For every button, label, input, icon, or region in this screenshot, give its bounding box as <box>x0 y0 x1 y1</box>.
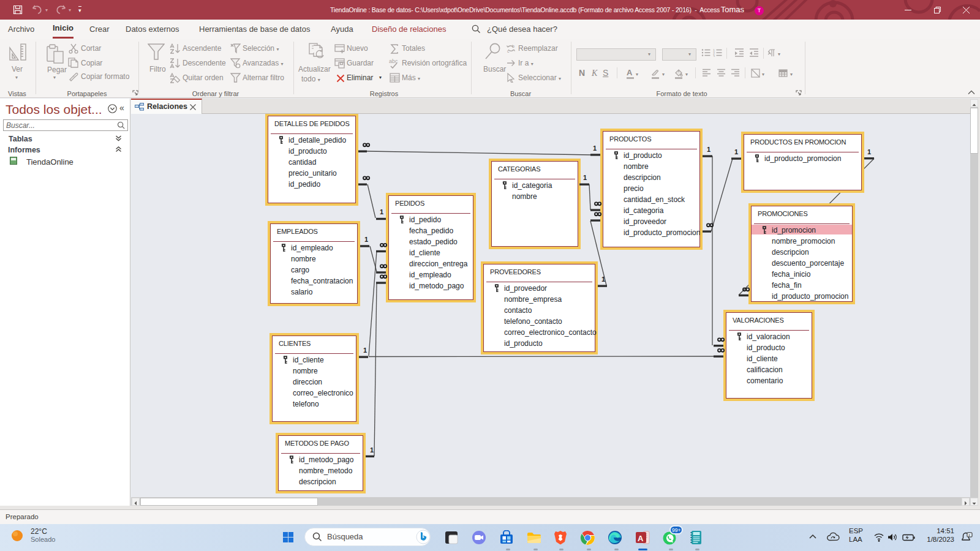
svg-text:1: 1 <box>583 174 587 181</box>
svg-text:1: 1 <box>363 347 367 354</box>
svg-text:3: 3 <box>713 54 715 57</box>
svg-text:1: 1 <box>867 148 871 156</box>
svg-text:1: 1 <box>734 148 738 156</box>
svg-text:1: 1 <box>707 146 710 153</box>
svg-text:1: 1 <box>364 236 368 243</box>
svg-text:1: 1 <box>380 208 383 216</box>
svg-text:z: z <box>968 533 970 537</box>
svg-text:b: b <box>512 44 514 48</box>
svg-text:1: 1 <box>370 446 374 454</box>
svg-text:1: 1 <box>601 276 605 283</box>
svg-text:c: c <box>507 49 510 53</box>
svg-text:A: A <box>638 534 644 543</box>
svg-text:1: 1 <box>593 144 597 152</box>
